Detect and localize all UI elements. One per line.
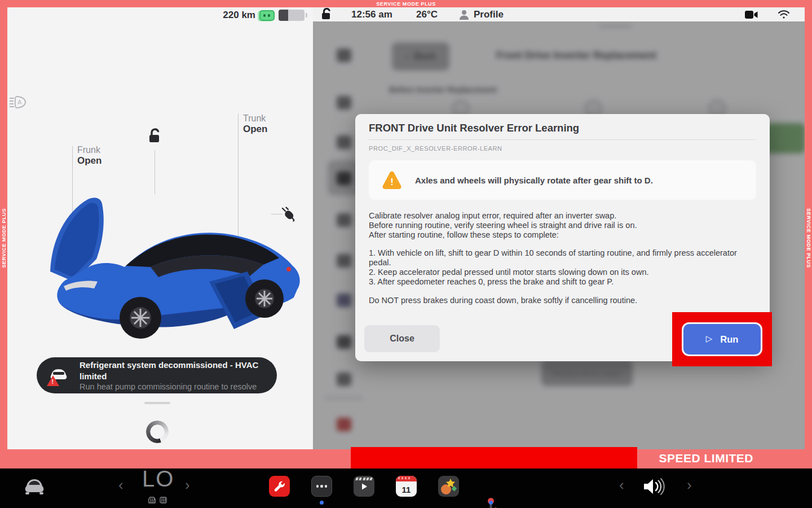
camera-status[interactable] — [745, 7, 758, 21]
rear-defrost-icon[interactable] — [159, 496, 167, 503]
service-mode-screen: SERVICE MODE PLUS SERVICE MODE PLUS SERV… — [0, 0, 812, 508]
auto-headlight-icon[interactable]: A — [8, 93, 31, 111]
vehicle-render[interactable] — [40, 187, 305, 340]
service-mode-top-strip: SERVICE MODE PLUS — [0, 0, 812, 7]
body-paragraph-1: Calibrate resolver analog input error, r… — [369, 211, 756, 239]
frunk-label: Frunk — [77, 145, 102, 155]
temperature-setting[interactable]: LO — [142, 466, 174, 492]
video-camera-icon — [745, 10, 758, 19]
battery-health-icon — [259, 10, 275, 21]
profile-label: Profile — [474, 9, 504, 20]
toast-title: Refrigerant system decommissioned - HVAC… — [80, 360, 277, 383]
front-defrost-icon[interactable] — [148, 496, 156, 503]
more-apps-notification-dot — [320, 501, 324, 505]
run-label: Run — [720, 334, 738, 345]
frunk-state: Open — [77, 155, 102, 167]
service-app-icon[interactable] — [269, 476, 290, 497]
toast-text: Refrigerant system decommissioned - HVAC… — [80, 360, 277, 392]
toast-subtitle: Run heat pump commissioning routine to r… — [80, 382, 277, 391]
frunk-status: Frunk Open — [77, 145, 102, 167]
battery-gauge-icon — [279, 10, 304, 21]
vehicle-panel: 220 km A Frunk Open — [7, 7, 313, 450]
dialog-title: FRONT Drive Unit Resolver Error Learning — [369, 122, 756, 140]
profile-menu[interactable]: Profile — [458, 7, 504, 21]
svg-text:!: ! — [390, 177, 394, 187]
vehicle-warning-icon: ! — [49, 367, 69, 384]
time-label: 12:56 am — [351, 9, 392, 20]
unlocked-icon[interactable] — [147, 128, 162, 144]
dialog-body: Calibrate resolver analog input error, r… — [369, 211, 756, 305]
warning-text: Axles and wheels will physically rotate … — [415, 176, 653, 185]
hvac-alert-toast[interactable]: ! Refrigerant system decommissioned - HV… — [37, 357, 277, 393]
play-icon: ▷ — [706, 334, 713, 344]
trunk-status: Trunk Open — [243, 113, 267, 135]
status-bar: 12:56 am 26°C Profile — [313, 7, 805, 21]
vehicle-controls-icon[interactable] — [24, 477, 45, 495]
range-value: 220 km — [223, 10, 255, 21]
run-button-highlight: ▷ Run — [672, 312, 772, 366]
body-paragraph-2: 1. With vehicle on lift, shift to gear D… — [369, 248, 756, 286]
service-mode-right-label: SERVICE MODE PLUS — [806, 208, 811, 268]
svg-text:A: A — [17, 99, 22, 106]
fan-decrease-chevron[interactable]: ‹ — [118, 478, 123, 492]
photos-app-icon[interactable] — [438, 476, 459, 497]
more-apps-icon[interactable] — [311, 476, 332, 497]
warning-banner: ! Axles and wheels will physically rotat… — [369, 160, 756, 200]
temperature: 26°C — [416, 7, 438, 21]
calendar-day: 11 — [402, 485, 411, 497]
service-mode-right-strip: SERVICE MODE PLUS — [805, 7, 812, 468]
drag-handle[interactable] — [144, 402, 170, 404]
arcade-notification-dot — [489, 501, 493, 505]
volume-icon[interactable] — [642, 476, 665, 497]
service-mode-left-label: SERVICE MODE PLUS — [1, 208, 7, 268]
loading-spinner — [146, 421, 169, 443]
wifi-status[interactable] — [778, 7, 790, 21]
volume-up-chevron[interactable]: › — [687, 478, 692, 492]
battery-nub — [306, 13, 307, 17]
lock-status[interactable] — [320, 7, 332, 21]
unlocked-status-icon — [320, 8, 332, 21]
service-mode-left-strip: SERVICE MODE PLUS — [0, 7, 7, 468]
alert-badge-icon: ! — [47, 375, 59, 386]
battery-range-display: 220 km — [223, 7, 307, 23]
calendar-app-icon[interactable]: 11 — [396, 476, 417, 497]
speed-redaction-box — [351, 447, 637, 469]
volume-down-chevron[interactable]: ‹ — [619, 478, 624, 492]
temperature-label: 26°C — [416, 9, 438, 20]
run-button[interactable]: ▷ Run — [683, 324, 761, 354]
fan-increase-chevron[interactable]: › — [185, 478, 190, 492]
wifi-icon — [778, 10, 790, 19]
clock: 12:56 am — [351, 7, 392, 21]
speed-limited-label: SPEED LIMITED — [659, 452, 753, 465]
warning-triangle-icon: ! — [381, 170, 403, 190]
procedure-code: PROC_DIF_X_RESOLVER-ERROR-LEARN — [369, 145, 756, 152]
body-paragraph-3: Do NOT press brakes during coast down, b… — [369, 296, 756, 305]
trunk-state: Open — [243, 124, 267, 135]
close-button[interactable]: Close — [364, 325, 440, 352]
service-mode-top-label: SERVICE MODE PLUS — [376, 1, 436, 7]
profile-icon — [458, 9, 470, 20]
taskbar: ‹ LO › — [0, 468, 812, 508]
theater-app-icon[interactable] — [354, 476, 374, 497]
trunk-label: Trunk — [243, 113, 267, 124]
